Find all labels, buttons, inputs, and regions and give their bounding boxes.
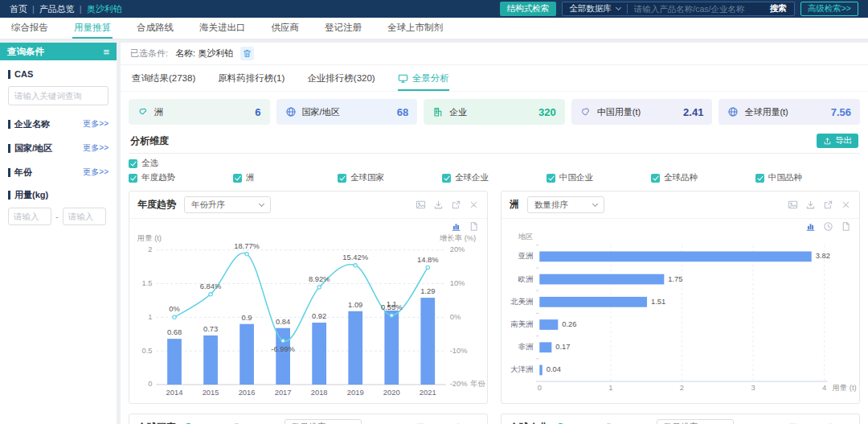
chart-title: 洲 <box>510 198 519 212</box>
stat-value: 68 <box>397 106 408 118</box>
company-filter-label: 企业名称 <box>8 120 50 129</box>
breadcrumb-current-product[interactable]: 奥沙利铂 <box>87 3 122 15</box>
svg-text:0.68: 0.68 <box>167 328 182 336</box>
svg-text:2018: 2018 <box>311 389 328 397</box>
svg-text:8.92%: 8.92% <box>309 275 330 283</box>
countries-sort-select[interactable]: 数量排序 <box>285 419 362 424</box>
companies-sort-select[interactable]: 数量排序 <box>657 419 734 424</box>
svg-text:欧洲: 欧洲 <box>518 275 534 283</box>
tab-panorama-analysis[interactable]: 全景分析 <box>398 72 449 84</box>
checkbox-icon <box>442 174 451 183</box>
svg-text:1.5: 1.5 <box>142 279 153 287</box>
stat-card-global-usage: 全球用量(t) 7.56 <box>719 99 860 125</box>
data-table-icon[interactable] <box>469 221 479 232</box>
save-image-icon[interactable] <box>416 200 426 210</box>
tab-suppliers[interactable]: 供应商 <box>270 17 301 39</box>
continent-sort-select[interactable]: 数量排序 <box>527 196 604 213</box>
search-input[interactable] <box>628 4 763 14</box>
analysis-title: 分析维度 <box>130 134 169 148</box>
tab-api-ranking[interactable]: 原料药排行榜(1) <box>218 72 285 84</box>
download-icon[interactable] <box>805 200 816 210</box>
usage-max-input[interactable] <box>63 208 106 225</box>
svg-text:年份: 年份 <box>470 380 485 388</box>
svg-text:增长率 (%): 增长率 (%) <box>439 234 476 242</box>
country-more-link[interactable]: 更多>> <box>83 142 108 154</box>
delete-condition-button[interactable] <box>240 47 254 60</box>
search-button[interactable]: 搜索 <box>763 3 794 14</box>
module-tabs: 综合报告 用量推算 合成路线 海关进出口 供应商 登记注册 全球上市制剂 <box>0 18 868 39</box>
svg-text:大洋洲: 大洋洲 <box>510 365 533 373</box>
breadcrumb-home[interactable]: 首页 <box>10 3 27 15</box>
checkbox-select-all[interactable]: 全选 <box>129 158 251 169</box>
top-navbar: 首页 | 产品总览 | 奥沙利铂 结构式检索 全部数据库 搜索 高级检索>> <box>0 0 868 18</box>
tab-customs-import-export[interactable]: 海关进出口 <box>198 17 248 39</box>
fullscreen-icon[interactable] <box>451 200 461 210</box>
svg-text:2020: 2020 <box>383 389 400 397</box>
tab-synthesis-route[interactable]: 合成路线 <box>135 17 175 39</box>
chart-title: 全球企业 <box>510 421 548 424</box>
selected-conditions-label: 已选条件: <box>130 47 168 60</box>
structure-search-button[interactable]: 结构式检索 <box>500 2 557 16</box>
chart-title: 年度趋势 <box>137 198 176 212</box>
breadcrumb-product-overview[interactable]: 产品总览 <box>39 3 75 15</box>
chart-title: 全球国家 <box>137 421 176 424</box>
svg-text:0.04: 0.04 <box>547 365 561 373</box>
database-select[interactable]: 全部数据库 <box>563 3 627 14</box>
global-countries-card: 全球国家 TOP10 TOP50 数量排序 <box>129 414 488 424</box>
tab-comprehensive-report[interactable]: 综合报告 <box>10 17 50 39</box>
tab-query-results[interactable]: 查询结果(2738) <box>132 72 195 84</box>
svg-text:0%: 0% <box>169 305 180 313</box>
tab-global-marketed-drugs[interactable]: 全球上市制剂 <box>386 17 444 39</box>
building-icon <box>432 106 444 117</box>
stat-value: 320 <box>538 106 556 118</box>
svg-text:1.51: 1.51 <box>651 298 665 306</box>
menu-icon[interactable]: ≡ <box>103 47 109 57</box>
close-icon[interactable] <box>469 200 479 210</box>
checkbox-china-varieties[interactable]: 中国品种 <box>755 172 860 183</box>
advanced-search-button[interactable]: 高级检索>> <box>800 2 858 16</box>
svg-text:0.9: 0.9 <box>242 314 252 322</box>
svg-text:2014: 2014 <box>166 389 183 397</box>
pie-chart-icon[interactable] <box>823 221 833 232</box>
checkbox-continent[interactable]: 洲 <box>233 172 338 183</box>
global-search-box: 全部数据库 搜索 <box>562 2 795 16</box>
china-map-icon <box>580 106 592 117</box>
company-more-link[interactable]: 更多>> <box>83 118 108 130</box>
tab-company-ranking[interactable]: 企业排行榜(320) <box>307 72 375 84</box>
svg-text:-20%: -20% <box>450 380 468 388</box>
cas-input[interactable] <box>8 86 108 105</box>
close-icon[interactable] <box>841 200 851 210</box>
checkbox-global-companies[interactable]: 全球企业 <box>442 172 547 183</box>
annual-trend-chart: 0-20%0.5-10%10%1.510%220%用量 (t)增长率 (%)年份… <box>129 233 487 403</box>
global-companies-card: 全球企业 TOP10 TOP50 数量排序 <box>501 414 860 424</box>
download-icon[interactable] <box>433 200 444 210</box>
fullscreen-icon[interactable] <box>823 200 833 210</box>
bar-chart-icon[interactable] <box>451 221 461 232</box>
save-image-icon[interactable] <box>788 200 798 210</box>
tab-registration[interactable]: 登记注册 <box>323 17 363 39</box>
checkbox-annual-trend[interactable]: 年度趋势 <box>129 172 233 183</box>
checkbox-global-varieties[interactable]: 全球品种 <box>651 172 755 183</box>
export-button[interactable]: 导出 <box>817 134 858 148</box>
panorama-icon <box>398 73 408 84</box>
data-table-icon[interactable] <box>841 221 851 232</box>
tab-usage-estimation[interactable]: 用量推算 <box>72 17 113 39</box>
svg-text:用量 (t): 用量 (t) <box>833 384 857 392</box>
checkbox-china-companies[interactable]: 中国企业 <box>547 172 651 183</box>
svg-text:0.5: 0.5 <box>142 347 153 355</box>
usage-min-input[interactable] <box>8 208 51 225</box>
stat-card-continents: 洲 6 <box>129 99 270 125</box>
svg-text:0.55%: 0.55% <box>381 303 403 311</box>
svg-text:地区: 地区 <box>518 233 534 241</box>
svg-text:10%: 10% <box>450 279 465 287</box>
checkbox-icon <box>129 174 137 183</box>
stat-label: 国家/地区 <box>302 106 340 118</box>
svg-text:18.77%: 18.77% <box>234 242 260 250</box>
svg-text:-10%: -10% <box>450 347 468 355</box>
chevron-down-icon <box>259 200 264 206</box>
year-more-link[interactable]: 更多>> <box>83 167 108 178</box>
trend-sort-select[interactable]: 年份升序 <box>184 196 271 213</box>
continent-icon <box>137 106 149 117</box>
bar-chart-icon[interactable] <box>805 221 816 232</box>
checkbox-global-countries[interactable]: 全球国家 <box>338 172 442 183</box>
